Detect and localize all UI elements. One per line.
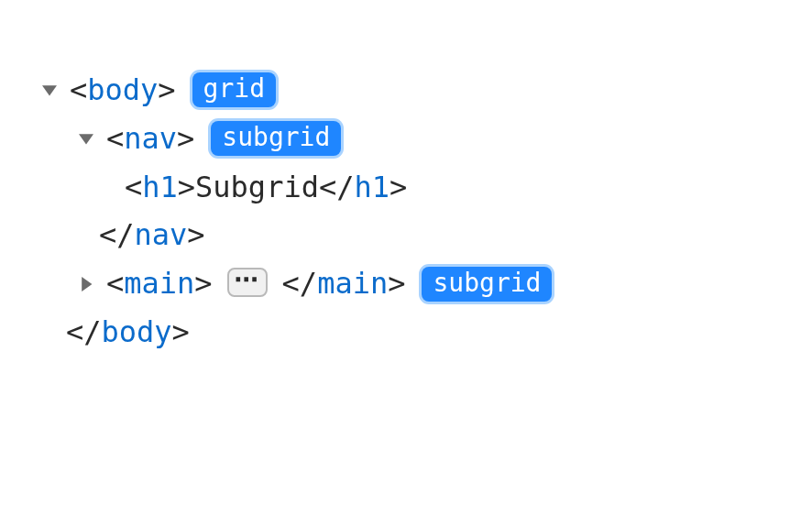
punct-ltc: </	[66, 314, 102, 349]
punct-gt: >	[194, 266, 212, 301]
dom-tree: <body> grid <nav> subgrid <h1>Subgrid</h…	[40, 66, 772, 357]
tag-main-close: </main>	[282, 259, 406, 308]
tag-main: main	[124, 266, 194, 301]
punct-lt: <	[106, 121, 124, 156]
layout-badge-subgrid[interactable]: subgrid	[211, 121, 341, 156]
tag-h1-open: h1	[142, 170, 178, 204]
tree-row-nav-close[interactable]: </nav>	[40, 211, 772, 259]
punct-ltc: </	[282, 266, 318, 301]
punct-gt: >	[178, 170, 195, 204]
punct-gt: >	[187, 217, 204, 252]
punct-lt: <	[125, 170, 142, 204]
tag-nav: nav	[124, 121, 177, 156]
tag-body-close: </body>	[66, 308, 190, 357]
layout-badge-grid[interactable]: grid	[192, 72, 276, 107]
tag-nav-close: </nav>	[99, 211, 205, 259]
tag-nav-open[interactable]: <nav>	[106, 115, 194, 163]
tag-nav: nav	[135, 217, 188, 252]
punct-gt: >	[388, 266, 405, 301]
chevron-right-icon[interactable]	[77, 275, 95, 293]
chevron-down-icon[interactable]	[77, 129, 95, 148]
tag-body: body	[102, 314, 172, 349]
punct-gt: >	[177, 121, 194, 156]
punct-lt: <	[106, 266, 124, 301]
tag-main-open[interactable]: <main>	[106, 259, 213, 308]
tree-row-nav-open[interactable]: <nav> subgrid	[40, 115, 772, 163]
tag-h1[interactable]: <h1>Subgrid</h1>	[125, 163, 407, 212]
tag-h1-close: h1	[354, 170, 390, 204]
tree-row-main[interactable]: <main> ⋯ </main> subgrid	[40, 259, 772, 308]
punct-ltc: </	[99, 217, 135, 252]
tag-main: main	[317, 266, 388, 301]
tree-row-body-close[interactable]: </body>	[40, 308, 772, 357]
collapsed-ellipsis-icon[interactable]: ⋯	[227, 268, 268, 297]
punct-gt: >	[158, 72, 175, 107]
punct-lt: <	[70, 72, 87, 107]
layout-badge-subgrid[interactable]: subgrid	[422, 267, 552, 302]
h1-text: Subgrid	[195, 170, 319, 204]
tree-row-body-open[interactable]: <body> grid	[40, 66, 772, 115]
punct-gt: >	[172, 314, 190, 349]
tag-body: body	[87, 72, 158, 107]
tree-row-h1[interactable]: <h1>Subgrid</h1>	[40, 163, 772, 212]
punct-ltc: </	[319, 170, 355, 204]
chevron-down-icon[interactable]	[40, 81, 59, 99]
tag-body-open[interactable]: <body>	[70, 66, 176, 115]
punct-gt: >	[390, 170, 407, 204]
